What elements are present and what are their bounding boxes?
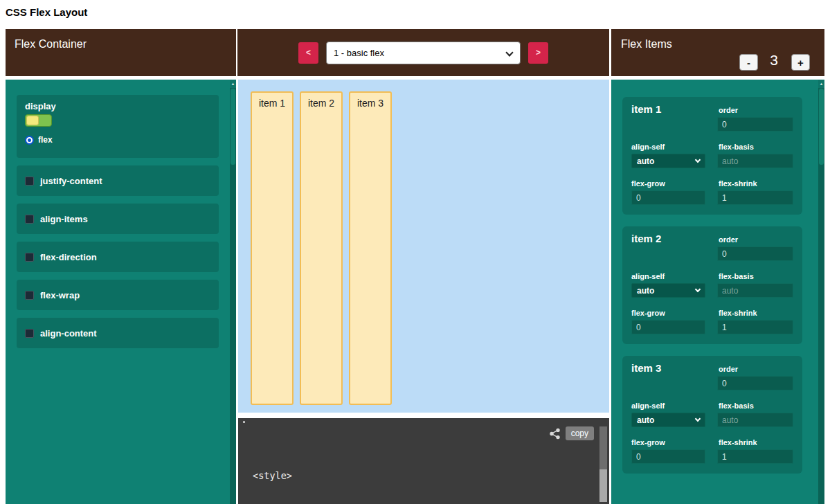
- flex-items-body: item 1 order align-self auto flex-basis …: [611, 80, 824, 504]
- item-card-title: item 3: [631, 362, 661, 374]
- align-self-select[interactable]: auto: [631, 154, 705, 168]
- code-line: <style>: [253, 469, 359, 483]
- order-label: order: [719, 365, 738, 373]
- display-card: display flex: [17, 95, 219, 158]
- flex-items-header: Flex Items - 3 +: [611, 29, 824, 76]
- chevron-down-icon: [695, 416, 701, 422]
- flex-basis-input[interactable]: [717, 413, 793, 427]
- align-self-select[interactable]: auto: [631, 413, 705, 427]
- align-self-value: auto: [637, 286, 654, 296]
- flex-shrink-input[interactable]: [717, 320, 793, 334]
- item-count: 3: [764, 52, 784, 69]
- chevron-down-icon: [695, 287, 701, 292]
- next-layout-button[interactable]: >: [528, 42, 548, 64]
- flex-item-card-2: item 2 order align-self auto flex-basis …: [622, 226, 802, 344]
- flex-container-body: display flex justify-content align-item: [6, 80, 236, 504]
- flex-basis-label: flex-basis: [719, 402, 754, 410]
- flex-shrink-label: flex-shrink: [719, 438, 757, 447]
- flex-shrink-input[interactable]: [717, 190, 793, 205]
- preview-header: < 1 - basic flex >: [237, 29, 609, 76]
- order-input[interactable]: [717, 117, 793, 132]
- justify-content-checkbox[interactable]: [25, 177, 34, 186]
- option-justify-content: justify-content: [17, 165, 219, 196]
- option-flex-direction: flex-direction: [17, 242, 219, 272]
- flex-radio-label: flex: [38, 135, 53, 145]
- chevron-down-icon: [695, 157, 701, 163]
- flex-item-card-1: item 1 order align-self auto flex-basis …: [622, 97, 802, 215]
- option-align-content: align-content: [17, 318, 219, 348]
- flex-item-card-3: item 3 order align-self auto flex-basis …: [622, 356, 802, 474]
- option-align-items: align-items: [17, 204, 219, 234]
- item-card-title: item 2: [631, 233, 661, 244]
- display-toggle[interactable]: [25, 114, 52, 127]
- toggle-knob-icon: [26, 116, 39, 125]
- align-content-checkbox[interactable]: [25, 329, 34, 338]
- left-panel-scrollbar[interactable]: ▲: [230, 80, 236, 504]
- right-panel-scrollbar[interactable]: ▲: [818, 80, 824, 504]
- flex-basis-input[interactable]: [717, 283, 793, 298]
- align-self-label: align-self: [631, 402, 665, 410]
- order-label: order: [719, 235, 738, 244]
- flex-shrink-label: flex-shrink: [719, 179, 757, 188]
- code-panel: copy <style> .flex-container { display: …: [238, 418, 609, 504]
- right-scrollbar-thumb[interactable]: [819, 89, 824, 165]
- option-label-flex-wrap: flex-wrap: [40, 290, 80, 300]
- scroll-up-icon[interactable]: ▲: [230, 80, 236, 88]
- scroll-up-icon[interactable]: ▲: [818, 80, 824, 88]
- align-self-value: auto: [637, 415, 654, 425]
- layout-select[interactable]: 1 - basic flex: [326, 42, 521, 64]
- flex-grow-input[interactable]: [631, 320, 705, 334]
- flex-container-panel: Flex Container display flex justify-cont…: [6, 29, 236, 504]
- item-card-title: item 1: [631, 103, 661, 115]
- code-block: <style> .flex-container { display: flex;: [253, 443, 359, 504]
- flex-grow-input[interactable]: [631, 449, 705, 464]
- align-self-label: align-self: [631, 272, 665, 280]
- flex-item-2: item 2: [300, 91, 343, 405]
- remove-item-button[interactable]: -: [739, 54, 758, 71]
- css-flex-layout-app: CSS Flex Layout Flex Container display f…: [0, 0, 830, 504]
- flex-radio[interactable]: [25, 136, 34, 145]
- page-title: CSS Flex Layout: [6, 6, 87, 18]
- order-input[interactable]: [717, 376, 793, 390]
- flex-shrink-label: flex-shrink: [719, 309, 757, 317]
- display-label: display: [25, 101, 56, 111]
- flex-shrink-input[interactable]: [717, 449, 793, 464]
- order-label: order: [719, 106, 738, 114]
- flex-grow-label: flex-grow: [631, 438, 665, 447]
- flex-basis-label: flex-basis: [719, 143, 754, 151]
- align-self-value: auto: [637, 156, 654, 166]
- layout-select-value: 1 - basic flex: [334, 48, 384, 58]
- copy-button[interactable]: copy: [566, 426, 594, 440]
- left-scrollbar-thumb[interactable]: [231, 89, 235, 165]
- flex-grow-label: flex-grow: [631, 309, 665, 317]
- flex-item-1: item 1: [251, 91, 294, 405]
- share-icon[interactable]: [549, 428, 561, 440]
- flex-container-header: Flex Container: [6, 29, 236, 76]
- flex-grow-label: flex-grow: [631, 179, 665, 188]
- option-label-justify-content: justify-content: [40, 176, 102, 186]
- align-self-select[interactable]: auto: [631, 283, 705, 298]
- order-input[interactable]: [717, 246, 793, 261]
- flex-direction-checkbox[interactable]: [25, 253, 34, 262]
- code-scrollbar[interactable]: [599, 426, 607, 502]
- code-panel-dot: [243, 421, 245, 423]
- add-item-button[interactable]: +: [791, 54, 810, 71]
- flex-preview: item 1 item 2 item 3: [238, 80, 609, 413]
- flex-basis-label: flex-basis: [719, 272, 754, 280]
- option-flex-wrap: flex-wrap: [17, 280, 219, 310]
- option-label-align-content: align-content: [40, 328, 97, 339]
- flex-items-title: Flex Items: [621, 38, 672, 51]
- flex-container-title: Flex Container: [15, 38, 87, 51]
- align-items-checkbox[interactable]: [25, 215, 34, 224]
- option-label-align-items: align-items: [40, 214, 88, 224]
- chevron-down-icon: [505, 48, 513, 56]
- display-flex-option: flex: [25, 135, 53, 145]
- code-scrollbar-thumb[interactable]: [599, 426, 607, 469]
- align-self-label: align-self: [631, 143, 665, 151]
- prev-layout-button[interactable]: <: [298, 42, 318, 64]
- flex-basis-input[interactable]: [717, 154, 793, 168]
- option-label-flex-direction: flex-direction: [40, 252, 97, 262]
- flex-wrap-checkbox[interactable]: [25, 291, 34, 300]
- flex-grow-input[interactable]: [631, 190, 705, 205]
- flex-item-3: item 3: [349, 91, 392, 405]
